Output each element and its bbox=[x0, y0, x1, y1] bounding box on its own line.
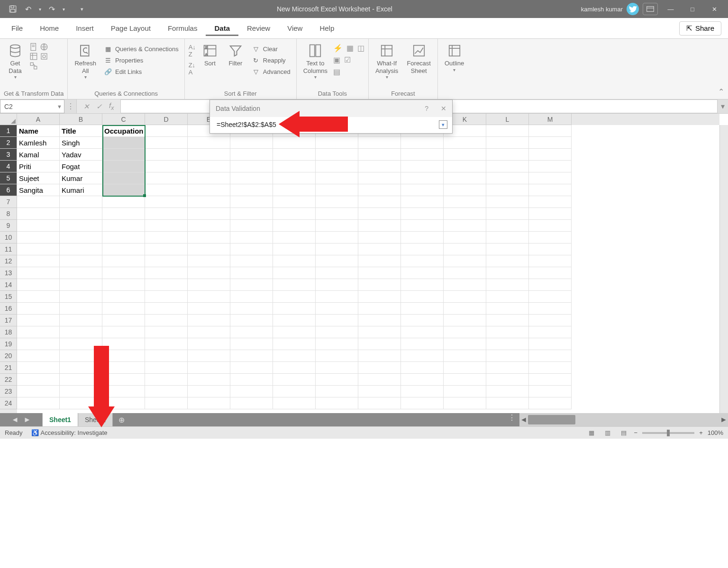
cell[interactable] bbox=[401, 303, 444, 315]
cell[interactable] bbox=[486, 338, 529, 350]
cell[interactable] bbox=[401, 232, 444, 243]
cell[interactable] bbox=[145, 291, 188, 303]
cell[interactable] bbox=[188, 362, 230, 374]
cell[interactable] bbox=[529, 232, 572, 243]
row-header[interactable]: 12 bbox=[0, 255, 17, 267]
cell[interactable]: Priti bbox=[17, 161, 60, 172]
cell[interactable] bbox=[529, 315, 572, 326]
cell[interactable] bbox=[145, 208, 188, 220]
cell[interactable] bbox=[529, 184, 572, 196]
cell[interactable] bbox=[444, 303, 486, 315]
cell[interactable] bbox=[358, 362, 401, 374]
enter-formula-button[interactable]: ✓ bbox=[96, 102, 102, 111]
cell[interactable] bbox=[316, 386, 358, 397]
row-header[interactable]: 3 bbox=[0, 149, 17, 161]
cell[interactable] bbox=[358, 291, 401, 303]
cell[interactable] bbox=[316, 267, 358, 279]
cell[interactable] bbox=[486, 315, 529, 326]
cell[interactable] bbox=[230, 350, 273, 362]
row-header[interactable]: 15 bbox=[0, 291, 17, 303]
cell[interactable] bbox=[486, 362, 529, 374]
cell[interactable] bbox=[529, 326, 572, 338]
cell[interactable] bbox=[486, 149, 529, 161]
cell[interactable] bbox=[145, 326, 188, 338]
cell[interactable] bbox=[358, 149, 401, 161]
cell[interactable] bbox=[316, 279, 358, 291]
cell[interactable] bbox=[529, 291, 572, 303]
cell[interactable] bbox=[17, 338, 60, 350]
user-avatar[interactable] bbox=[627, 3, 639, 15]
cell[interactable] bbox=[529, 386, 572, 397]
cell[interactable] bbox=[444, 267, 486, 279]
scroll-thumb[interactable] bbox=[528, 415, 575, 424]
cell[interactable] bbox=[188, 315, 230, 326]
cell[interactable] bbox=[230, 137, 273, 149]
cell[interactable] bbox=[230, 386, 273, 397]
cell[interactable] bbox=[316, 291, 358, 303]
horizontal-scrollbar[interactable]: ◄ ► bbox=[519, 413, 728, 426]
cell[interactable] bbox=[444, 291, 486, 303]
properties-button[interactable]: ☰Properties bbox=[102, 55, 181, 65]
cell[interactable] bbox=[102, 267, 145, 279]
cell[interactable] bbox=[401, 315, 444, 326]
cell[interactable] bbox=[486, 303, 529, 315]
cell[interactable] bbox=[529, 149, 572, 161]
cell[interactable] bbox=[358, 374, 401, 386]
cell[interactable] bbox=[444, 255, 486, 267]
remove-duplicates-icon[interactable]: ▣ bbox=[333, 55, 340, 64]
cell[interactable] bbox=[60, 255, 102, 267]
refresh-all-button[interactable]: Refresh All ▾ bbox=[72, 41, 99, 82]
cell[interactable] bbox=[102, 149, 145, 161]
cell[interactable] bbox=[230, 172, 273, 184]
cell[interactable] bbox=[145, 184, 188, 196]
cell[interactable] bbox=[102, 196, 145, 208]
cell[interactable] bbox=[102, 279, 145, 291]
cell[interactable] bbox=[401, 184, 444, 196]
page-break-view-button[interactable]: ▤ bbox=[618, 428, 629, 438]
cell[interactable] bbox=[316, 326, 358, 338]
sheet-tab-sheet1[interactable]: Sheet1 bbox=[43, 413, 78, 426]
row-header[interactable]: 9 bbox=[0, 220, 17, 232]
cell[interactable] bbox=[316, 232, 358, 243]
cell[interactable] bbox=[358, 386, 401, 397]
cell[interactable] bbox=[102, 172, 145, 184]
cell[interactable] bbox=[102, 232, 145, 243]
cell[interactable] bbox=[358, 220, 401, 232]
queries-connections-button[interactable]: ▦Queries & Connections bbox=[102, 44, 181, 54]
column-header[interactable]: B bbox=[60, 114, 102, 125]
cell[interactable] bbox=[486, 137, 529, 149]
tab-view[interactable]: View bbox=[279, 20, 311, 36]
cell[interactable] bbox=[273, 350, 316, 362]
cell[interactable] bbox=[316, 350, 358, 362]
cell[interactable] bbox=[358, 326, 401, 338]
cell[interactable] bbox=[230, 208, 273, 220]
redo-button[interactable]: ↷ bbox=[46, 3, 58, 15]
cell[interactable] bbox=[316, 243, 358, 255]
cell[interactable] bbox=[316, 184, 358, 196]
cell[interactable] bbox=[444, 161, 486, 172]
cell[interactable] bbox=[529, 267, 572, 279]
cell[interactable] bbox=[230, 374, 273, 386]
cell[interactable] bbox=[486, 184, 529, 196]
reapply-button[interactable]: ↻Reapply bbox=[250, 55, 292, 65]
cell[interactable] bbox=[230, 161, 273, 172]
cell[interactable] bbox=[401, 279, 444, 291]
row-header[interactable]: 10 bbox=[0, 232, 17, 243]
cell[interactable] bbox=[188, 243, 230, 255]
collapse-ribbon-button[interactable]: ⌃ bbox=[714, 39, 728, 99]
cell[interactable] bbox=[486, 208, 529, 220]
cell[interactable] bbox=[188, 374, 230, 386]
cell[interactable] bbox=[273, 279, 316, 291]
cell[interactable] bbox=[145, 362, 188, 374]
cell[interactable] bbox=[444, 315, 486, 326]
cell[interactable] bbox=[444, 386, 486, 397]
share-button[interactable]: ⇱ Share bbox=[679, 21, 721, 36]
cell[interactable] bbox=[486, 232, 529, 243]
cell[interactable] bbox=[230, 362, 273, 374]
row-header[interactable]: 24 bbox=[0, 397, 17, 409]
cell[interactable] bbox=[17, 196, 60, 208]
cell[interactable] bbox=[273, 386, 316, 397]
tab-data[interactable]: Data bbox=[206, 20, 238, 36]
cell[interactable] bbox=[145, 255, 188, 267]
cell[interactable] bbox=[145, 149, 188, 161]
